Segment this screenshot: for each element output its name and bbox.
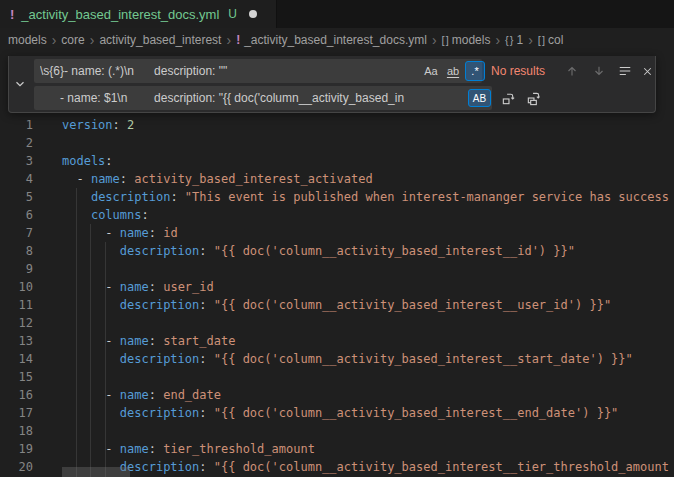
toggle-replace-button[interactable] [9,56,31,112]
code-line[interactable]: 1version: 2 [0,116,674,134]
arrow-down-icon [592,64,606,78]
code-text: - name: activity_based_interest_activate… [62,170,373,188]
modified-dot-icon[interactable] [249,10,257,18]
line-number: 19 [0,440,33,458]
find-in-selection-button[interactable] [614,61,635,81]
code-line[interactable]: 14 description: "{{ doc('column__activit… [0,350,674,368]
code-text: - name: tier_threshold_amount [62,440,315,458]
line-number: 7 [0,224,33,242]
yaml-file-icon: ! [10,7,14,22]
code-line[interactable]: 19 - name: tier_threshold_amount [0,440,674,458]
indent-guide [90,224,91,477]
breadcrumb-item[interactable]: models [8,33,47,47]
find-input[interactable] [34,59,482,83]
code-line[interactable]: 3models: [0,152,674,170]
breadcrumb-item[interactable]: [ ]col [538,33,564,47]
line-number: 4 [0,170,33,188]
next-match-button[interactable] [588,61,609,81]
match-case-button[interactable]: Aa [421,61,441,81]
editor[interactable]: 1version: 223models:4 - name: activity_b… [0,52,674,477]
code-text: description: "{{ doc('column__activity_b… [62,404,618,422]
replace-all-icon [526,91,541,106]
match-case-icon: Aa [424,65,437,77]
line-number: 20 [0,458,33,476]
line-number: 8 [0,242,33,260]
line-number: 13 [0,332,33,350]
git-untracked-badge: U [228,7,237,21]
preserve-case-button[interactable]: AB [468,89,491,107]
breadcrumb-item[interactable]: !_activity_based_interest_docs.yml [236,33,427,47]
code-text: columns: [62,206,149,224]
vscode-window: ! _activity_based_interest_docs.yml U mo… [0,0,674,477]
code-line[interactable]: 10 - name: user_id [0,278,674,296]
code-line[interactable]: 7 - name: id [0,224,674,242]
breadcrumb-item[interactable]: activity_based_interest [99,33,221,47]
replace-all-button[interactable] [523,88,544,108]
code-line[interactable]: 15 [0,368,674,386]
breadcrumb-label: models [8,33,47,47]
code-text: - name: user_id [62,278,214,296]
whole-word-icon: ab [447,65,459,77]
breadcrumb-separator-icon: › [226,32,231,48]
line-number: 3 [0,152,33,170]
code-line[interactable]: 17 description: "{{ doc('column__activit… [0,404,674,422]
arrow-up-icon [565,64,579,78]
tab-title: _activity_based_interest_docs.yml [21,7,219,22]
code-text: version: 2 [62,116,134,134]
breadcrumb-separator-icon: › [432,32,437,48]
breadcrumb-item[interactable]: { }1 [505,33,523,47]
editor-lines: 1version: 223models:4 - name: activity_b… [0,116,674,476]
breadcrumb-label: activity_based_interest [99,33,221,47]
selection-icon [618,64,632,78]
line-number: 2 [0,134,33,152]
breadcrumb-separator-icon: › [528,32,533,48]
code-line[interactable]: 18 [0,422,674,440]
code-line[interactable]: 4 - name: activity_based_interest_activa… [0,170,674,188]
line-number: 11 [0,296,33,314]
code-text: description: "This event is published wh… [62,188,669,206]
code-line[interactable]: 2 [0,134,674,152]
line-number: 17 [0,404,33,422]
code-line[interactable]: 6 columns: [0,206,674,224]
line-number: 5 [0,188,33,206]
code-text: models: [62,152,113,170]
code-line[interactable]: 16 - name: end_date [0,386,674,404]
breadcrumb-item[interactable]: core [61,33,84,47]
symbol-array-icon: [ ] [442,34,448,46]
line-number: 14 [0,350,33,368]
replace-button[interactable] [498,88,519,108]
line-number: 18 [0,422,33,440]
code-text: - name: id [62,224,178,242]
whole-word-button[interactable]: ab [443,61,463,81]
breadcrumb-separator-icon: › [52,32,57,48]
code-line[interactable]: 13 - name: start_date [0,332,674,350]
breadcrumb-separator-icon: › [495,32,500,48]
line-number: 12 [0,314,33,332]
code-line[interactable]: 8 description: "{{ doc('column__activity… [0,242,674,260]
symbol-array-icon: [ ] [538,34,544,46]
code-text: description: "{{ doc('column__activity_b… [62,350,633,368]
code-line[interactable]: 11 description: "{{ doc('column__activit… [0,296,674,314]
code-line[interactable]: 5 description: "This event is published … [0,188,674,206]
breadcrumb-label: col [548,33,563,47]
symbol-object-icon: { } [505,34,512,46]
breadcrumb-item[interactable]: [ ]models [442,33,491,47]
horizontal-scrollbar[interactable] [62,467,130,477]
tab-active-file[interactable]: ! _activity_based_interest_docs.yml U [0,0,277,28]
breadcrumb-label: models [452,33,491,47]
regex-icon: .* [471,65,478,77]
close-find-widget-button[interactable] [637,61,658,81]
code-text: description: "{{ doc('column__activity_b… [62,458,669,476]
find-results-status: No results [491,59,545,83]
code-line[interactable]: 12 [0,314,674,332]
line-number: 6 [0,206,33,224]
indent-guide [76,188,77,477]
previous-match-button[interactable] [561,61,582,81]
code-text: - name: end_date [62,386,221,404]
tab-bar: ! _activity_based_interest_docs.yml U [0,0,674,28]
find-replace-widget: Aa ab .* No results [8,56,656,113]
code-line[interactable]: 9 [0,260,674,278]
regex-button[interactable]: .* [465,61,485,81]
replace-input[interactable] [34,86,492,110]
breadcrumb: models›core›activity_based_interest›!_ac… [0,28,674,52]
